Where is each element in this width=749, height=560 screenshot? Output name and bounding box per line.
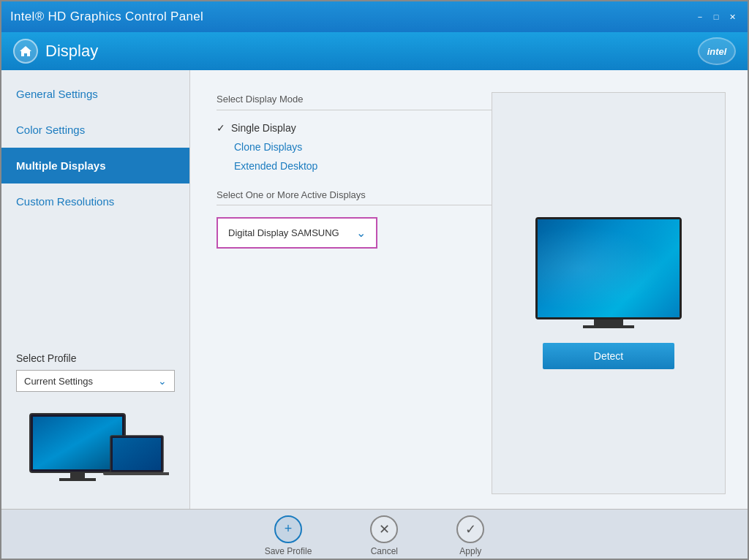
home-icon <box>19 45 32 57</box>
monitors-graphic <box>23 406 169 487</box>
apply-button[interactable]: ✓ Apply <box>456 515 484 556</box>
save-profile-label: Save Profile <box>265 546 312 556</box>
sidebar-item-custom-resolutions[interactable]: Custom Resolutions <box>1 183 189 219</box>
cancel-label: Cancel <box>371 546 398 556</box>
profile-select-value: Current Settings <box>24 376 93 387</box>
preview-panel: Detect <box>492 92 726 494</box>
display-chevron-icon: ⌄ <box>356 226 366 240</box>
monitor-base <box>583 325 634 328</box>
select-profile-label: Select Profile <box>16 352 175 364</box>
apply-label: Apply <box>459 546 481 556</box>
sidebar-item-general-settings[interactable]: General Settings <box>1 76 189 112</box>
profile-chevron-icon: ⌄ <box>158 375 167 387</box>
window-controls: − □ ✕ <box>693 11 739 23</box>
swirl-overlay <box>538 219 680 317</box>
svg-rect-6 <box>103 472 169 475</box>
active-displays-label: Select One or More Active Displays <box>217 189 366 200</box>
svg-rect-5 <box>113 438 161 470</box>
clone-displays-label: Clone Displays <box>234 141 302 153</box>
header-left: Display <box>13 39 98 64</box>
monitor-preview <box>535 217 682 319</box>
footer: + Save Profile ✕ Cancel ✓ Apply <box>1 509 748 560</box>
cancel-button[interactable]: ✕ Cancel <box>370 515 398 556</box>
apply-icon: ✓ <box>456 515 484 543</box>
sidebar-item-color-settings[interactable]: Color Settings <box>1 112 189 148</box>
minimize-button[interactable]: − <box>693 11 707 23</box>
header: Display intel <box>1 32 748 70</box>
monitor-screen <box>538 219 680 317</box>
single-display-label: Single Display <box>231 122 296 134</box>
sidebar-bottom: Select Profile Current Settings ⌄ <box>1 338 189 509</box>
title-bar: Intel® HD Graphics Control Panel − □ ✕ <box>1 1 748 32</box>
close-button[interactable]: ✕ <box>726 11 739 23</box>
save-profile-icon: + <box>274 515 302 543</box>
monitor-stand <box>594 319 623 325</box>
save-profile-button[interactable]: + Save Profile <box>265 515 312 556</box>
svg-rect-1 <box>33 417 122 469</box>
monitor-preview-container <box>535 217 682 328</box>
maximize-button[interactable]: □ <box>710 11 723 23</box>
display-mode-label: Select Display Mode <box>217 94 304 105</box>
intel-logo-text: intel <box>707 46 727 57</box>
display-select[interactable]: Digital Display SAMSUNG ⌄ <box>217 217 377 249</box>
extended-desktop-label: Extended Desktop <box>234 160 317 172</box>
home-button[interactable] <box>13 39 38 64</box>
profile-select[interactable]: Current Settings ⌄ <box>16 370 175 392</box>
sidebar: General Settings Color Settings Multiple… <box>1 70 190 509</box>
intel-logo: intel <box>698 37 736 65</box>
content-area: Select Display Mode ? Single Display Clo… <box>190 70 748 509</box>
sidebar-item-multiple-displays[interactable]: Multiple Displays <box>1 148 189 183</box>
svg-rect-3 <box>59 478 96 481</box>
display-select-value: Digital Display SAMSUNG <box>228 227 339 238</box>
main-layout: General Settings Color Settings Multiple… <box>1 70 748 509</box>
cancel-icon: ✕ <box>370 515 398 543</box>
monitor-illustration <box>16 406 175 494</box>
detect-button[interactable]: Detect <box>543 343 674 369</box>
app-title: Intel® HD Graphics Control Panel <box>10 10 203 24</box>
svg-rect-2 <box>70 472 85 478</box>
page-title: Display <box>45 42 98 61</box>
